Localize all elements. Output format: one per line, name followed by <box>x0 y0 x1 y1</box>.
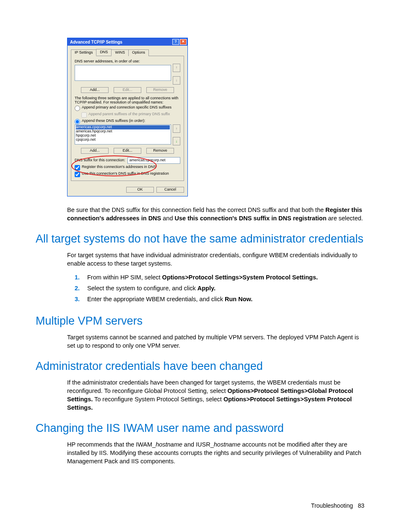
radio-input[interactable] <box>75 106 80 111</box>
ok-button[interactable]: OK <box>126 187 154 193</box>
tab-panel-dns: DNS server addresses, in order of use: ↑… <box>71 56 184 181</box>
list-item: 3. Enter the appropriate WBEM credential… <box>79 294 364 305</box>
text: Select the system to configure, and clic… <box>87 285 197 292</box>
help-icon[interactable]: ? <box>172 39 179 45</box>
list-item: 1. From within HP SIM, select Options>Pr… <box>79 272 364 283</box>
move-up-icon[interactable]: ↑ <box>173 124 180 133</box>
step-number: 2. <box>75 283 80 294</box>
radio-append-these[interactable]: Append these DNS suffixes (in order): <box>75 119 180 124</box>
step-number: 3. <box>75 294 80 305</box>
tab-wins[interactable]: WINS <box>111 49 129 56</box>
radio-label: Append primary and connection specific D… <box>82 106 171 110</box>
text: and <box>163 215 174 222</box>
list-item[interactable]: cpqcorp.net <box>76 138 170 142</box>
tabs: IP Settings DNS WINS Options <box>71 49 184 56</box>
text: and IUSR_ <box>184 441 214 448</box>
move-down-icon[interactable]: ↓ <box>173 137 180 145</box>
close-icon[interactable]: ✕ <box>180 39 187 45</box>
text: are selected. <box>328 215 363 222</box>
check-label: Append parent suffixes of the primary DN… <box>88 112 170 116</box>
add-button[interactable]: Add... <box>81 148 109 154</box>
paragraph: Be sure that the DNS suffix for this con… <box>67 206 364 222</box>
heading-admin-changed: Administrator credentials have been chan… <box>36 360 364 373</box>
three-settings-text: The following three settings are applied… <box>75 96 180 105</box>
text: From within HP SIM, select <box>87 274 162 281</box>
text-bold: Run Now. <box>225 296 252 302</box>
cancel-button[interactable]: Cancel <box>156 187 184 193</box>
radio-input[interactable] <box>75 119 80 124</box>
heading-vpm: Multiple VPM servers <box>36 315 364 328</box>
check-append-parent: Append parent suffixes of the primary DN… <box>81 112 180 118</box>
text-bold: Use this connection's DNS suffix in DNS … <box>175 215 327 222</box>
edit-button[interactable]: Edit... <box>114 148 141 154</box>
checkbox-input <box>81 112 87 118</box>
step-number: 1. <box>75 272 80 283</box>
dialog-titlebar: Advanced TCP/IP Settings ? ✕ <box>68 38 187 46</box>
text-italic: hostname <box>214 441 241 448</box>
paragraph: HP recommends that the IWAM_hostname and… <box>67 440 364 465</box>
paragraph: For target systems that have individual … <box>67 251 364 268</box>
dialog-title: Advanced TCP/IP Settings <box>70 40 122 44</box>
steps-list: 1. From within HP SIM, select Options>Pr… <box>67 272 364 305</box>
text-italic: hostname <box>156 441 182 448</box>
page-number: 83 <box>358 502 364 509</box>
tab-options[interactable]: Options <box>128 49 149 56</box>
heading-iis: Changing the IIS IWAM user name and pass… <box>36 422 364 435</box>
tab-ip-settings[interactable]: IP Settings <box>71 49 96 56</box>
paragraph: If the administrator credentials have be… <box>67 378 364 412</box>
list-item: 2. Select the system to configure, and c… <box>79 283 364 294</box>
advanced-tcpip-dialog: Advanced TCP/IP Settings ? ✕ IP Settings… <box>67 38 188 196</box>
remove-button[interactable]: Remove <box>146 148 174 154</box>
remove-button[interactable]: Remove <box>146 87 174 93</box>
red-annotation-circle-icon <box>71 155 157 176</box>
move-down-icon[interactable]: ↓ <box>173 76 180 85</box>
paragraph: Target systems cannot be scanned and pat… <box>67 333 364 350</box>
radio-append-primary[interactable]: Append primary and connection specific D… <box>75 106 180 111</box>
footer: Troubleshooting 83 <box>311 502 364 509</box>
text: To reconfigure System Protocol Settings,… <box>94 396 223 403</box>
text-bold: Options>Protocol Settings>System Protoco… <box>162 274 318 281</box>
text: HP recommends that the IWAM_ <box>67 441 156 448</box>
footer-label: Troubleshooting <box>311 502 353 509</box>
dns-servers-label: DNS server addresses, in order of use: <box>75 59 180 64</box>
tab-dns[interactable]: DNS <box>96 49 112 56</box>
text-bold: Apply. <box>197 285 216 292</box>
move-up-icon[interactable]: ↑ <box>173 64 180 72</box>
dns-suffix-listbox[interactable]: americas.cpqcorp.net americas.hpqcorp.ne… <box>75 124 171 145</box>
dns-server-listbox[interactable] <box>75 65 171 81</box>
text: Be sure that the DNS suffix for this con… <box>67 207 325 213</box>
checkbox-input[interactable] <box>75 172 80 177</box>
heading-credentials: All target systems do not have the same … <box>36 232 364 246</box>
radio-label: Append these DNS suffixes (in order): <box>82 119 145 123</box>
add-button[interactable]: Add... <box>81 87 109 93</box>
edit-button[interactable]: Edit... <box>114 87 141 93</box>
text: Enter the appropriate WBEM credentials, … <box>87 296 225 302</box>
